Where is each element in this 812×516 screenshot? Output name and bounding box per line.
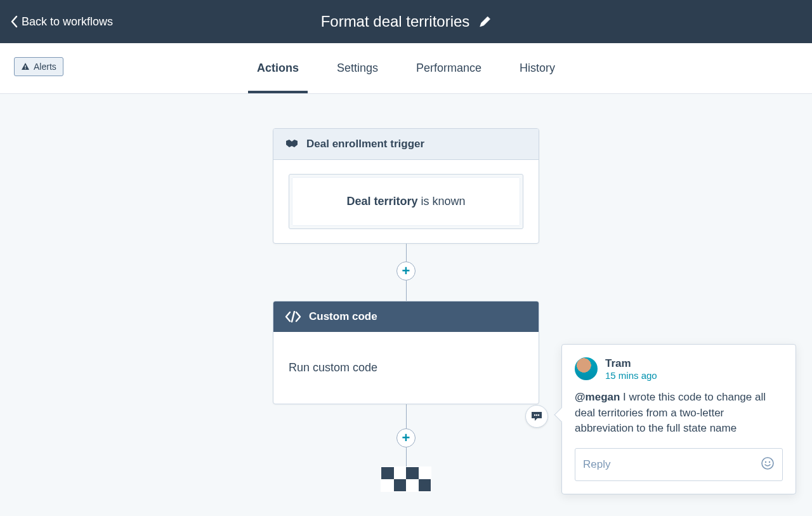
comment-author: Tram — [605, 357, 657, 370]
trigger-condition[interactable]: Deal territory is known — [289, 174, 523, 229]
tab-label: History — [520, 62, 555, 75]
trigger-card-header: Deal enrollment trigger — [273, 129, 539, 160]
alert-icon — [21, 62, 30, 71]
add-step-button[interactable]: + — [396, 261, 416, 281]
chevron-left-icon — [10, 15, 18, 28]
action-card-custom-code[interactable]: Custom code Run custom code — [273, 301, 539, 404]
flow-edge — [406, 447, 407, 466]
flow-edge — [406, 244, 407, 261]
comment-header: Tram 15 mins ago — [575, 357, 783, 381]
page-title-wrap: Format deal territories — [321, 13, 492, 30]
svg-point-5 — [762, 458, 773, 469]
svg-point-6 — [765, 461, 766, 463]
flow-edge — [406, 404, 407, 428]
flow-column: Deal enrollment trigger Deal territory i… — [273, 128, 539, 492]
reply-box[interactable] — [575, 448, 783, 481]
workflow-canvas[interactable]: Deal enrollment trigger Deal territory i… — [0, 94, 812, 516]
code-icon — [285, 311, 301, 322]
action-title: Custom code — [309, 310, 377, 323]
finish-flag-icon — [381, 466, 431, 492]
svg-point-7 — [769, 461, 770, 463]
trigger-condition-rest: is known — [418, 195, 466, 208]
svg-point-2 — [534, 414, 535, 416]
top-bar: Back to workflows Format deal territorie… — [0, 0, 812, 43]
page-title: Format deal territories — [321, 13, 470, 30]
comment-panel: Tram 15 mins ago @megan I wrote this cod… — [561, 344, 796, 494]
toolbar: Alerts Actions Settings Performance Hist… — [0, 43, 812, 94]
tab-settings[interactable]: Settings — [334, 43, 381, 93]
tab-label: Actions — [257, 62, 299, 75]
comment-mention[interactable]: @megan — [575, 391, 620, 403]
avatar — [575, 357, 598, 380]
svg-point-3 — [536, 414, 537, 416]
tab-label: Performance — [416, 62, 481, 75]
trigger-card-body: Deal territory is known — [273, 160, 539, 243]
trigger-title: Deal enrollment trigger — [306, 138, 424, 150]
svg-point-4 — [538, 414, 539, 416]
back-label: Back to workflows — [22, 15, 113, 29]
tabs: Actions Settings Performance History — [254, 43, 558, 93]
chat-icon — [530, 411, 543, 422]
comment-body: @megan I wrote this code to change all d… — [575, 390, 783, 437]
tab-label: Settings — [337, 62, 378, 75]
comment-indicator-button[interactable] — [525, 405, 548, 428]
add-step-button[interactable]: + — [396, 428, 416, 447]
reply-input[interactable] — [583, 458, 761, 471]
tab-history[interactable]: History — [517, 43, 558, 93]
comment-timestamp: 15 mins ago — [605, 370, 657, 381]
handshake-icon — [285, 138, 299, 150]
trigger-condition-field: Deal territory — [346, 195, 417, 208]
action-body: Run custom code — [273, 332, 539, 404]
edit-title-button[interactable] — [478, 15, 491, 28]
back-to-workflows-link[interactable]: Back to workflows — [10, 15, 113, 29]
alerts-button[interactable]: Alerts — [14, 57, 63, 76]
svg-rect-1 — [25, 68, 25, 69]
action-card-header: Custom code — [273, 301, 539, 332]
trigger-card[interactable]: Deal enrollment trigger Deal territory i… — [273, 128, 539, 244]
svg-rect-0 — [25, 65, 25, 68]
emoji-picker-button[interactable] — [761, 456, 775, 473]
alerts-label: Alerts — [34, 62, 56, 72]
tab-actions[interactable]: Actions — [254, 43, 301, 93]
flow-edge — [406, 281, 407, 301]
tab-performance[interactable]: Performance — [414, 43, 484, 93]
